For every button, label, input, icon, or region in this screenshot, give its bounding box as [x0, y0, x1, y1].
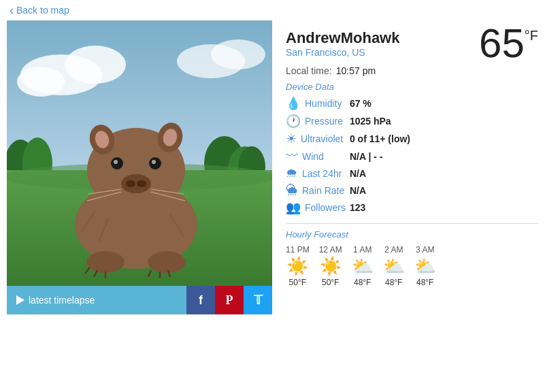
svg-point-16: [126, 180, 135, 187]
pinterest-icon: P: [226, 293, 233, 308]
rainrate-icon: 🌦: [286, 183, 298, 197]
station-name: AndrewMohawk: [286, 29, 399, 47]
hourly-weather-icon: ☀️: [286, 257, 308, 275]
divider: [286, 223, 538, 224]
svg-point-29: [86, 251, 125, 273]
right-panel: AndrewMohawk San Francisco, US 65 °F Loc…: [286, 20, 538, 314]
twitter-icon: 𝕋: [254, 293, 263, 308]
station-location: San Francisco, US: [286, 47, 399, 58]
hourly-temp: 50°F: [322, 278, 339, 287]
svg-point-3: [17, 67, 65, 97]
svg-point-5: [211, 39, 265, 69]
hourly-item: 11 PM☀️50°F: [286, 245, 310, 287]
temp-unit: °F: [525, 29, 538, 42]
hourly-time: 3 AM: [416, 245, 434, 255]
back-label: Back to map: [16, 5, 69, 16]
hourly-time: 2 AM: [384, 245, 403, 255]
followers-icon: 👥: [286, 200, 301, 215]
device-data-label: Device Data: [286, 82, 538, 92]
device-data-grid: 💧 Humidity 67 % 🕐 Pressure 1025 hPa ☀ Ul…: [286, 96, 538, 215]
rainrate-label: 🌦 Rain Rate: [286, 183, 346, 197]
hourly-time: 11 PM: [286, 245, 310, 255]
hourly-temp: 48°F: [354, 278, 371, 287]
hourly-item: 12 AM☀️50°F: [319, 245, 342, 287]
humidity-icon: 💧: [286, 96, 301, 111]
svg-point-30: [148, 251, 186, 273]
hourly-temp: 50°F: [289, 278, 306, 287]
station-header: AndrewMohawk San Francisco, US 65 °F: [286, 23, 538, 64]
local-time-row: Local time: 10:57 pm: [286, 65, 538, 76]
hourly-weather-icon: ☀️: [320, 257, 342, 275]
followers-value: 123: [350, 200, 538, 215]
rain24-label: 🌧 Last 24hr: [286, 166, 346, 180]
hourly-item: 3 AM⛅48°F: [414, 245, 436, 287]
play-icon: [16, 295, 24, 305]
main-container: latest timelapse f P 𝕋 AndrewMohawk San …: [0, 20, 545, 321]
wind-icon: 〰: [286, 149, 298, 163]
humidity-value: 67 %: [350, 96, 538, 111]
temperature-value: 65: [479, 23, 525, 64]
social-icons: f P 𝕋: [186, 286, 272, 314]
rain24-icon: 🌧: [286, 166, 298, 180]
followers-label: 👥 Followers: [286, 200, 346, 215]
uv-label: ☀ Ultraviolet: [286, 131, 346, 146]
svg-point-17: [137, 180, 146, 187]
svg-point-2: [65, 46, 126, 84]
svg-point-15: [121, 174, 151, 193]
hourly-item: 1 AM⛅48°F: [352, 245, 374, 287]
hourly-item: 2 AM⛅48°F: [383, 245, 405, 287]
bottom-bar: latest timelapse f P 𝕋: [7, 286, 272, 314]
svg-point-21: [152, 160, 156, 164]
wind-value: N/A | - -: [350, 149, 538, 163]
left-panel: latest timelapse f P 𝕋: [7, 20, 272, 314]
pressure-label: 🕐 Pressure: [286, 114, 346, 129]
temperature-display: 65 °F: [479, 23, 538, 64]
svg-point-20: [114, 160, 118, 164]
timelapse-label: latest timelapse: [29, 295, 95, 306]
wind-label: 〰 Wind: [286, 149, 346, 163]
facebook-button[interactable]: f: [186, 286, 215, 314]
hourly-time: 1 AM: [353, 245, 371, 255]
hourly-weather-icon: ⛅: [414, 257, 436, 275]
uv-value: 0 of 11+ (low): [350, 131, 538, 146]
timelapse-button[interactable]: latest timelapse: [7, 295, 186, 306]
uv-icon: ☀: [286, 131, 297, 146]
pressure-value: 1025 hPa: [350, 114, 538, 129]
rainrate-value: N/A: [350, 183, 538, 197]
back-to-map-link[interactable]: Back to map: [0, 0, 545, 20]
hourly-time: 12 AM: [319, 245, 342, 255]
facebook-icon: f: [199, 293, 203, 308]
station-photo: [7, 20, 272, 286]
hourly-weather-icon: ⛅: [383, 257, 405, 275]
hourly-weather-icon: ⛅: [352, 257, 374, 275]
local-time-label: Local time:: [286, 65, 332, 76]
pinterest-button[interactable]: P: [215, 286, 244, 314]
hourly-forecast-grid: 11 PM☀️50°F12 AM☀️50°F1 AM⛅48°F2 AM⛅48°F…: [286, 245, 538, 287]
humidity-label: 💧 Humidity: [286, 96, 346, 111]
hourly-temp: 48°F: [385, 278, 402, 287]
rain24-value: N/A: [350, 166, 538, 180]
local-time-value: 10:57 pm: [336, 65, 376, 76]
hourly-forecast-label: Hourly Forecast: [286, 229, 538, 240]
pressure-icon: 🕐: [286, 114, 301, 129]
twitter-button[interactable]: 𝕋: [244, 286, 272, 314]
hourly-temp: 48°F: [416, 278, 433, 287]
